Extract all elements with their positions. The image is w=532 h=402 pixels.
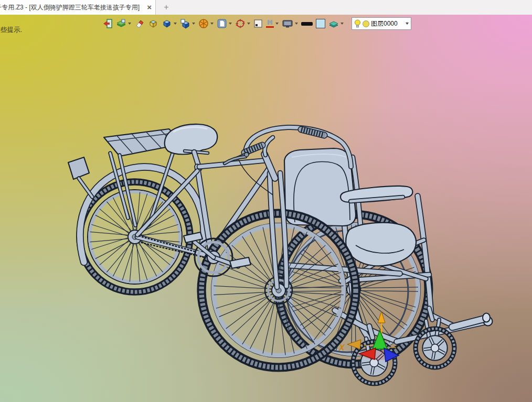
document-frame-icon <box>217 18 227 29</box>
bulb-icon <box>354 19 361 28</box>
rotate-view-icon <box>235 18 246 29</box>
line-width-button[interactable] <box>301 17 313 30</box>
line-width-swatch <box>301 22 313 26</box>
layer-name: 图层0000 <box>371 19 398 28</box>
document-frame-button[interactable] <box>216 17 232 30</box>
view-wheel-button[interactable] <box>198 17 214 30</box>
hatch-icon: H <box>266 19 274 28</box>
layer-manager-button[interactable] <box>115 17 132 30</box>
layers-flat-icon <box>328 18 339 29</box>
layer-combo[interactable]: 图层0000 <box>352 17 411 30</box>
tab-close-icon[interactable]: × <box>147 0 152 14</box>
wheelchair-body <box>284 148 493 384</box>
dropdown-caret-icon <box>295 23 298 25</box>
combo-caret-icon <box>406 23 409 25</box>
eraser-icon <box>134 18 145 29</box>
triad-x-label: X <box>338 343 345 352</box>
color-swatch <box>316 19 325 28</box>
rotate-view-button[interactable] <box>235 17 251 30</box>
shaded-cube-icon <box>162 18 172 29</box>
document-tab-bar: 子专用.Z3 - [双人倒骑驴脚蹬三轮车老接送孩子专用] × + <box>0 0 532 15</box>
layer-color-swatch <box>363 20 369 27</box>
frame-dot-icon <box>253 19 263 28</box>
3d-viewport[interactable]: X 些提示. <box>0 15 532 402</box>
eraser-button[interactable] <box>134 17 145 30</box>
cad-model-scene: X <box>0 15 532 402</box>
cube-window-button[interactable] <box>179 17 196 30</box>
color-swatch-button[interactable] <box>315 17 326 30</box>
dropdown-caret-icon <box>275 23 279 25</box>
view-wheel-icon <box>198 18 209 29</box>
monitor-icon <box>282 18 293 29</box>
frame-dot-button[interactable] <box>253 17 263 30</box>
document-tab-title: 子专用.Z3 - [双人倒骑驴脚蹬三轮车老接送孩子专用] <box>0 0 140 15</box>
layer-manager-icon <box>116 18 126 29</box>
monitor-button[interactable] <box>281 17 299 30</box>
exit-button[interactable] <box>102 17 113 30</box>
dropdown-caret-icon <box>128 23 131 25</box>
dropdown-caret-icon <box>247 23 250 25</box>
isometric-box-button[interactable] <box>147 17 159 30</box>
dropdown-caret-icon <box>341 23 344 25</box>
dropdown-caret-icon <box>210 23 214 25</box>
zw3d-window: 子专用.Z3 - [双人倒骑驴脚蹬三轮车老接送孩子专用] × + X 些提示. <box>0 0 532 402</box>
dropdown-caret-icon <box>229 23 232 25</box>
layers-flat-button[interactable] <box>328 17 344 30</box>
document-tab[interactable]: 子专用.Z3 - [双人倒骑驴脚蹬三轮车老接送孩子专用] × <box>0 0 156 15</box>
new-tab-button[interactable]: + <box>160 2 173 13</box>
cube-window-icon <box>180 18 190 29</box>
dropdown-caret-icon <box>174 23 177 25</box>
shaded-cube-button[interactable] <box>161 17 177 30</box>
status-hint-text: 些提示. <box>1 26 22 35</box>
tricycle-front-wheel <box>201 213 356 367</box>
hatch-button[interactable]: H <box>265 17 279 30</box>
exit-icon <box>102 18 113 29</box>
dropdown-caret-icon <box>192 23 195 25</box>
isometric-box-icon <box>148 18 158 29</box>
floating-toolbar: H <box>102 17 411 30</box>
